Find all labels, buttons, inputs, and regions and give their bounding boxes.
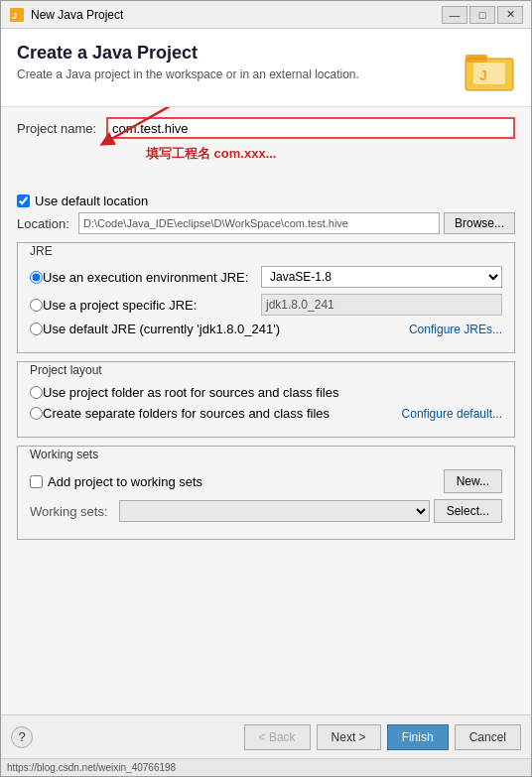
jre-option3-radio[interactable] (30, 323, 43, 335)
jre-option2-row: Use a project specific JRE: jdk1.8.0_241 (30, 294, 502, 316)
working-sets-label: Working sets: (30, 504, 119, 519)
header-text-block: Create a Java Project Create a Java proj… (17, 43, 359, 81)
header-folder-icon: J (464, 43, 515, 94)
new-working-set-button[interactable]: New... (444, 469, 502, 493)
close-button[interactable]: ✕ (497, 6, 523, 24)
url-bar: https://blog.csdn.net/weixin_40766198 (1, 758, 531, 776)
working-sets-title: Working sets (26, 448, 102, 461)
dialog-footer: ? < Back Next > Finish Cancel (1, 714, 531, 758)
jre-option1-radio[interactable] (30, 271, 43, 284)
window-icon: J (9, 7, 25, 23)
project-layout-section: Project layout Use project folder as roo… (17, 361, 515, 438)
dialog-content: Project name: 填写工程名 com.xxx... Use defau… (1, 107, 531, 714)
layout-option2-label: Create separate folders for sources and … (43, 406, 402, 421)
jre-option1-label: Use an execution environment JRE: (43, 270, 261, 285)
next-button[interactable]: Next > (317, 724, 381, 750)
configure-jres-link[interactable]: Configure JREs... (409, 323, 502, 336)
annotation-area: 填写工程名 com.xxx... (17, 145, 515, 199)
dialog-title: Create a Java Project (17, 43, 359, 64)
finish-button[interactable]: Finish (387, 724, 449, 750)
back-button[interactable]: < Back (244, 724, 311, 750)
jre-section: JRE Use an execution environment JRE: Ja… (17, 242, 515, 353)
project-layout-body: Use project folder as root for sources a… (18, 377, 514, 437)
project-layout-title: Project layout (26, 363, 106, 377)
layout-option1-radio[interactable] (30, 386, 43, 399)
working-sets-body: Add project to working sets New... Worki… (18, 461, 514, 539)
add-working-sets-row: Add project to working sets New... (30, 469, 502, 493)
jre-section-body: Use an execution environment JRE: JavaSE… (18, 258, 514, 352)
specific-jre-display: jdk1.8.0_241 (261, 294, 502, 316)
url-text: https://blog.csdn.net/weixin_40766198 (7, 762, 176, 773)
add-working-sets-label: Add project to working sets (48, 474, 440, 489)
layout-option2-row: Create separate folders for sources and … (30, 406, 502, 421)
jre-option1-row: Use an execution environment JRE: JavaSE… (30, 266, 502, 288)
layout-option1-label: Use project folder as root for sources a… (43, 385, 502, 400)
svg-line-8 (106, 107, 186, 142)
working-sets-section: Working sets Add project to working sets… (17, 446, 515, 540)
title-bar: J New Java Project — □ ✕ (1, 1, 531, 29)
help-button[interactable]: ? (11, 726, 33, 748)
svg-text:J: J (479, 67, 487, 83)
jre-section-title: JRE (26, 244, 57, 258)
annotation-text: 填写工程名 com.xxx... (146, 145, 276, 163)
dialog-subtitle: Create a Java project in the workspace o… (17, 67, 359, 81)
layout-option1-row: Use project folder as root for sources a… (30, 385, 502, 400)
jre-option2-label: Use a project specific JRE: (43, 298, 261, 313)
maximize-button[interactable]: □ (469, 6, 495, 24)
execution-env-select[interactable]: JavaSE-1.8 JavaSE-11 JavaSE-17 (261, 266, 502, 288)
main-window: J New Java Project — □ ✕ Create a Java P… (0, 0, 532, 777)
minimize-button[interactable]: — (442, 6, 467, 24)
location-input[interactable] (78, 212, 440, 234)
jre-option3-label: Use default JRE (currently 'jdk1.8.0_241… (43, 322, 409, 336)
add-working-sets-checkbox[interactable] (30, 475, 43, 488)
working-sets-select-row: Working sets: Select... (30, 499, 502, 523)
browse-button[interactable]: Browse... (444, 212, 515, 234)
location-label: Location: (17, 216, 78, 231)
svg-text:J: J (12, 11, 17, 21)
dialog-header: Create a Java Project Create a Java proj… (1, 29, 531, 107)
cancel-button[interactable]: Cancel (455, 724, 521, 750)
layout-option2-radio[interactable] (30, 407, 43, 420)
jre-option2-radio[interactable] (30, 299, 43, 312)
title-bar-controls: — □ ✕ (442, 6, 523, 24)
select-working-set-button[interactable]: Select... (434, 499, 502, 523)
svg-rect-5 (473, 63, 505, 84)
working-sets-select[interactable] (119, 500, 430, 522)
configure-default-link[interactable]: Configure default... (402, 407, 502, 421)
jre-option3-row: Use default JRE (currently 'jdk1.8.0_241… (30, 322, 502, 336)
title-bar-text: New Java Project (31, 8, 442, 22)
location-row: Location: Browse... (17, 212, 515, 234)
footer-buttons: < Back Next > Finish Cancel (244, 724, 521, 750)
